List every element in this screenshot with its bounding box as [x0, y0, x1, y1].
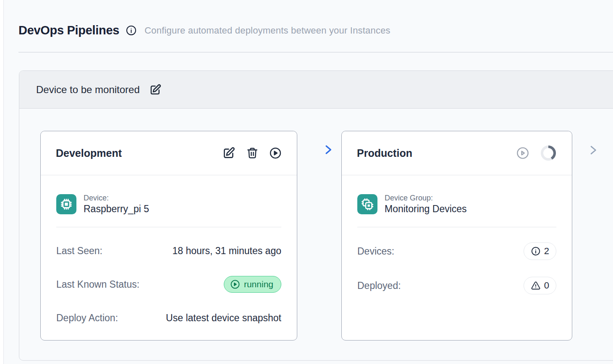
- status-row: Last Known Status: running: [56, 275, 281, 294]
- status-label: Last Known Status:: [56, 279, 139, 290]
- info-circle-icon: [531, 246, 541, 256]
- chevron-right-icon: [323, 143, 334, 156]
- device-group-label: Device Group:: [385, 194, 467, 203]
- stage-card-development: Development: [40, 131, 297, 341]
- device-group-text: Device Group: Monitoring Devices: [385, 194, 467, 215]
- card-divider: [357, 227, 556, 227]
- deploy-action-value: Use latest device snapshot: [166, 312, 281, 324]
- device-row: Device: Raspberry_pi 5: [56, 194, 281, 215]
- play-circle-icon: [230, 279, 240, 289]
- chip-icon: [56, 194, 76, 214]
- devices-row: Devices: 2: [357, 242, 556, 260]
- pipeline-panel-header: Device to be monitored: [19, 71, 613, 109]
- device-group-row: Device Group: Monitoring Devices: [357, 194, 556, 215]
- last-seen-row: Last Seen: 18 hours, 31 minutes ago: [56, 243, 281, 258]
- trash-icon: [246, 147, 259, 159]
- development-card-header: Development: [41, 131, 297, 175]
- device-text: Device: Raspberry_pi 5: [84, 194, 149, 215]
- deploy-action-label: Deploy Action:: [56, 312, 118, 324]
- development-card-body: Device: Raspberry_pi 5 Last Seen: 18 hou…: [41, 194, 297, 325]
- chevron-right-icon: [588, 144, 599, 156]
- devops-pipelines-page: DevOps Pipelines Configure automated dep…: [0, 0, 613, 364]
- edit-icon: [149, 83, 162, 96]
- devices-count-pill[interactable]: 2: [524, 242, 556, 260]
- development-actions: [222, 146, 282, 160]
- run-stage-button-disabled[interactable]: [516, 146, 529, 160]
- production-actions: [516, 145, 557, 161]
- pipeline-title: Device to be monitored: [36, 84, 140, 96]
- card-divider: [56, 227, 281, 227]
- device-label: Device:: [84, 194, 149, 203]
- device-group-name: Monitoring Devices: [385, 203, 467, 215]
- loading-spinner: [540, 145, 557, 161]
- development-title: Development: [56, 147, 122, 159]
- edit-stage-button[interactable]: [222, 146, 236, 160]
- info-circle-icon[interactable]: [126, 25, 137, 36]
- stage-card-production: Production: [341, 131, 572, 341]
- devices-count: 2: [544, 246, 549, 257]
- page-title: DevOps Pipelines: [18, 23, 119, 37]
- deployed-label: Deployed:: [357, 280, 401, 291]
- deployed-count-pill[interactable]: 0: [524, 277, 556, 294]
- page-subtitle: Configure automated deployments between …: [144, 25, 390, 36]
- device-name: Raspberry_pi 5: [84, 203, 149, 215]
- last-seen-label: Last Seen:: [56, 245, 102, 257]
- play-circle-icon: [516, 146, 529, 160]
- chip-group-icon: [357, 194, 377, 214]
- page-left-edge: [0, 0, 4, 364]
- next-stage-chevron[interactable]: [588, 144, 599, 156]
- warning-triangle-icon: [531, 281, 541, 291]
- delete-stage-button[interactable]: [246, 147, 259, 159]
- last-seen-value: 18 hours, 31 minutes ago: [172, 245, 281, 257]
- production-card-body: Device Group: Monitoring Devices Devices…: [342, 194, 572, 295]
- production-card-header: Production: [342, 131, 572, 175]
- edit-icon: [222, 146, 236, 160]
- page-header: DevOps Pipelines Configure automated dep…: [18, 23, 605, 37]
- status-value: running: [244, 279, 273, 289]
- edit-pipeline-button[interactable]: [149, 83, 162, 96]
- deployed-count: 0: [544, 280, 549, 291]
- production-title: Production: [357, 147, 412, 159]
- status-badge: running: [224, 276, 281, 293]
- deployed-row: Deployed: 0: [357, 276, 556, 295]
- header-divider: [18, 52, 613, 52]
- pipeline-panel: Device to be monitored Development: [19, 70, 613, 361]
- play-circle-icon: [269, 147, 282, 159]
- run-stage-button[interactable]: [269, 147, 282, 159]
- devices-label: Devices:: [357, 246, 394, 257]
- deploy-action-row: Deploy Action: Use latest device snapsho…: [56, 310, 281, 325]
